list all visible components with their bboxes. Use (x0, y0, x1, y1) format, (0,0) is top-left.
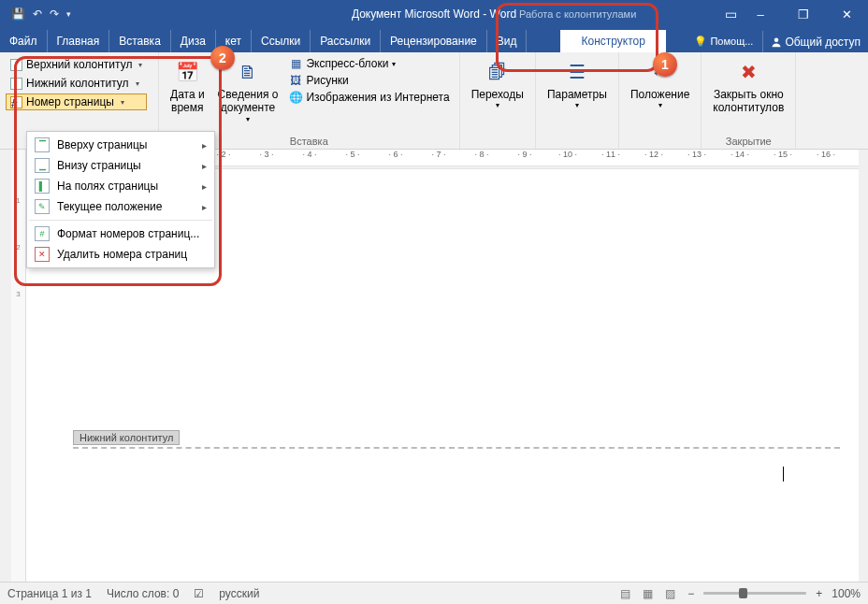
footer-button[interactable]: Нижний колонтитул▾ (6, 75, 147, 92)
tab-designer[interactable]: Конструктор (560, 30, 665, 52)
zoom-level[interactable]: 100% (832, 587, 861, 600)
group-label-close: Закрытие (707, 134, 789, 147)
page-number-button[interactable]: #Номер страницы▾ (6, 93, 147, 110)
transitions-button[interactable]: 🗐Переходы▾ (466, 56, 529, 112)
close-button[interactable]: ✕ (825, 7, 868, 22)
close-header-footer-button[interactable]: ✖Закрыть окно колонтитулов (707, 56, 789, 117)
tab-home[interactable]: Главная (48, 30, 110, 52)
status-language[interactable]: русский (219, 587, 259, 600)
zoom-in-icon[interactable]: + (816, 587, 822, 600)
pictures-button[interactable]: 🖼Рисунки (285, 73, 453, 88)
footer-icon (10, 78, 22, 90)
tab-design[interactable]: Диза (171, 30, 216, 52)
group-navigation: 🗐Переходы▾ (460, 52, 536, 149)
svg-point-0 (774, 38, 779, 43)
redo-icon[interactable]: ↷ (50, 7, 59, 21)
menu-top-of-page[interactable]: ▔Вверху страницы▸ (27, 135, 214, 155)
window-title: Документ Microsoft Word - Word (352, 7, 516, 21)
status-words[interactable]: Число слов: 0 (107, 587, 179, 600)
params-icon: ☰ (563, 58, 591, 86)
bottom-icon: ▁ (35, 158, 50, 173)
view-buttons: ▤ ▦ ▨ (616, 587, 678, 600)
undo-icon[interactable]: ↶ (33, 7, 42, 21)
tab-file[interactable]: Файл (0, 30, 48, 52)
menu-format-page-numbers[interactable]: #Формат номеров страниц... (27, 223, 214, 244)
tab-mailings[interactable]: Рассылки (311, 30, 381, 52)
maximize-button[interactable]: ❐ (782, 7, 825, 22)
header-icon (10, 59, 22, 71)
view-weblayout-icon[interactable]: ▨ (661, 587, 678, 600)
group-close: ✖Закрыть окно колонтитулов Закрытие (702, 52, 796, 149)
qat-customize-icon[interactable]: ▾ (66, 9, 71, 19)
transitions-icon: 🗐 (484, 58, 512, 86)
format-icon: # (35, 226, 50, 241)
quick-parts-button[interactable]: ▦Экспресс-блоки ▾ (285, 56, 453, 71)
zoom-out-icon[interactable]: − (687, 587, 694, 600)
pictures-icon: 🖼 (289, 74, 302, 87)
context-tab-label: Работа с колонтитулами (519, 8, 636, 20)
tab-layout[interactable]: кет (216, 30, 252, 52)
footer-boundary-line (73, 447, 840, 449)
tab-references[interactable]: Ссылки (252, 30, 311, 52)
titlebar: 💾 ↶ ↷ ▾ Документ Microsoft Word - Word Р… (0, 0, 868, 28)
status-page[interactable]: Страница 1 из 1 (7, 587, 92, 600)
ribbon-tabs: Файл Главная Вставка Диза кет Ссылки Рас… (0, 28, 868, 52)
datetime-button[interactable]: 📅Дата и время (165, 56, 210, 117)
calendar-icon: 📅 (173, 58, 201, 86)
share-icon (771, 36, 782, 48)
docinfo-icon: 🗎 (234, 58, 262, 86)
group-options: ☰Параметры▾ (536, 52, 619, 149)
text-cursor (783, 467, 784, 482)
status-bar: Страница 1 из 1 Число слов: 0 ☑ русский … (0, 582, 868, 604)
footer-area-label: Нижний колонтитул (73, 430, 180, 445)
window-controls: – ❐ ✕ (739, 7, 868, 22)
submenu-arrow-icon: ▸ (202, 140, 207, 151)
margins-icon: ▌ (35, 179, 50, 194)
top-icon: ▔ (35, 137, 50, 152)
tab-view[interactable]: Вид (487, 30, 528, 52)
minimize-button[interactable]: – (739, 7, 782, 22)
online-pictures-icon: 🌐 (289, 91, 302, 104)
tab-review[interactable]: Рецензирование (381, 30, 487, 52)
position-button[interactable]: ↔Положение▾ (625, 56, 695, 112)
close-hf-icon: ✖ (734, 58, 762, 86)
menu-current-position[interactable]: ✎Текущее положение▸ (27, 196, 214, 217)
online-pictures-button[interactable]: 🌐Изображения из Интернета (285, 90, 453, 105)
docinfo-button[interactable]: 🗎Сведения о документе▾ (212, 56, 284, 125)
position-icon: ↔ (646, 58, 674, 86)
menu-separator (29, 220, 212, 221)
pagenum-icon: # (10, 96, 22, 108)
quickparts-icon: ▦ (289, 57, 302, 70)
header-button[interactable]: Верхний колонтитул▾ (6, 56, 147, 73)
ribbon-display-options-icon[interactable]: ▭ (725, 7, 737, 22)
group-position: ↔Положение▾ (619, 52, 702, 149)
submenu-arrow-icon: ▸ (202, 161, 207, 171)
tab-tell-me[interactable]: 💡 Помощ... (685, 31, 763, 52)
remove-icon: ✕ (35, 247, 50, 262)
spellcheck-icon[interactable]: ☑ (194, 587, 204, 600)
zoom-slider[interactable] (703, 592, 806, 595)
menu-bottom-of-page[interactable]: ▁Внизу страницы▸ (27, 155, 214, 176)
vertical-ruler[interactable]: 1 2 3 (11, 150, 26, 582)
parameters-button[interactable]: ☰Параметры▾ (542, 56, 613, 112)
page-number-dropdown: ▔Вверху страницы▸ ▁Внизу страницы▸ ▌На п… (26, 131, 215, 268)
submenu-arrow-icon: ▸ (202, 202, 207, 212)
submenu-arrow-icon: ▸ (202, 181, 207, 192)
curpos-icon: ✎ (35, 199, 50, 214)
menu-page-margins[interactable]: ▌На полях страницы▸ (27, 176, 214, 196)
view-readmode-icon[interactable]: ▤ (616, 587, 633, 600)
share-button[interactable]: Общий доступ (763, 32, 868, 52)
tab-insert[interactable]: Вставка (109, 30, 171, 52)
quick-access-toolbar: 💾 ↶ ↷ ▾ (0, 7, 71, 21)
save-icon[interactable]: 💾 (11, 7, 25, 21)
menu-remove-page-numbers[interactable]: ✕Удалить номера страниц (27, 244, 214, 265)
view-printlayout-icon[interactable]: ▦ (639, 587, 656, 600)
